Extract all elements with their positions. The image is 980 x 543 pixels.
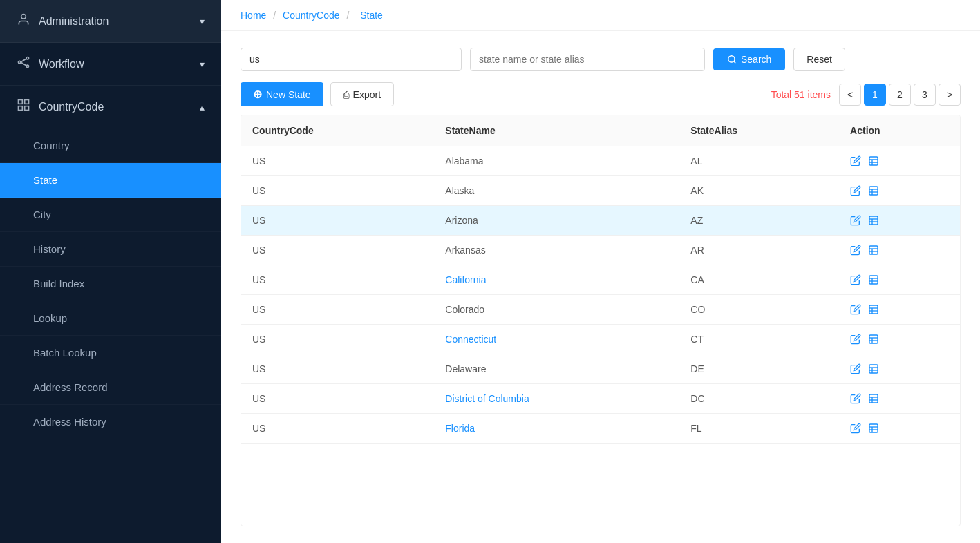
- svg-line-5: [21, 62, 26, 66]
- detail-icon[interactable]: [868, 304, 879, 315]
- svg-rect-7: [25, 100, 29, 104]
- svg-point-1: [19, 61, 21, 63]
- cell-state-alias: CA: [679, 265, 839, 295]
- sidebar-item-countrycode[interactable]: CountryCode ▴: [0, 86, 221, 128]
- edit-icon[interactable]: [850, 245, 861, 256]
- cell-action: [839, 295, 960, 325]
- edit-icon[interactable]: [850, 423, 861, 434]
- svg-rect-36: [869, 335, 878, 343]
- table-row: USDelawareDE: [241, 354, 960, 384]
- cell-action: [839, 206, 960, 236]
- cell-state-name[interactable]: Alaska: [434, 176, 679, 206]
- sidebar-item-state[interactable]: State: [0, 163, 221, 198]
- country-search-input[interactable]: [241, 48, 462, 71]
- cell-state-alias: AL: [679, 146, 839, 176]
- breadcrumb-home[interactable]: Home: [241, 10, 266, 21]
- table-row: USDistrict of ColumbiaDC: [241, 384, 960, 414]
- edit-icon[interactable]: [850, 363, 861, 374]
- reset-button[interactable]: Reset: [793, 48, 845, 71]
- svg-rect-32: [869, 305, 878, 314]
- state-table-container[interactable]: CountryCode StateName StateAlias Action …: [241, 115, 961, 526]
- cell-action: [839, 414, 960, 444]
- cell-state-name[interactable]: Florida: [434, 414, 679, 444]
- cell-country-code: US: [241, 236, 434, 265]
- edit-icon[interactable]: [850, 334, 861, 345]
- cell-country-code: US: [241, 146, 434, 176]
- svg-rect-48: [869, 424, 878, 432]
- table-row: USColoradoCO: [241, 295, 960, 325]
- detail-icon[interactable]: [868, 245, 879, 256]
- cell-state-name[interactable]: Alabama: [434, 146, 679, 176]
- page-1-button[interactable]: 1: [864, 84, 886, 106]
- breadcrumb-countrycode[interactable]: CountryCode: [283, 10, 340, 21]
- cell-country-code: US: [241, 354, 434, 384]
- export-button[interactable]: ⎙ Export: [330, 82, 394, 106]
- sidebar-item-batch-lookup[interactable]: Batch Lookup: [0, 336, 221, 370]
- cell-state-name[interactable]: Colorado: [434, 295, 679, 325]
- svg-line-4: [21, 59, 26, 62]
- edit-icon[interactable]: [850, 304, 861, 315]
- cell-action: [839, 354, 960, 384]
- svg-line-11: [734, 61, 736, 64]
- svg-rect-9: [25, 106, 29, 111]
- cell-state-name[interactable]: Delaware: [434, 354, 679, 384]
- table-row: USFloridaFL: [241, 414, 960, 444]
- detail-icon[interactable]: [868, 155, 879, 166]
- cell-state-name[interactable]: District of Columbia: [434, 384, 679, 414]
- cell-state-alias: DC: [679, 384, 839, 414]
- col-state-name: StateName: [434, 115, 679, 146]
- search-icon: [727, 55, 737, 64]
- table-row: USAlabamaAL: [241, 146, 960, 176]
- edit-icon[interactable]: [850, 185, 861, 196]
- svg-rect-40: [869, 365, 878, 373]
- prev-page-button[interactable]: <: [839, 84, 861, 106]
- cell-state-name[interactable]: Arizona: [434, 206, 679, 236]
- state-search-input[interactable]: [470, 48, 705, 71]
- cell-state-name[interactable]: Connecticut: [434, 325, 679, 354]
- table-row: USCaliforniaCA: [241, 265, 960, 295]
- edit-icon[interactable]: [850, 393, 861, 404]
- sidebar-item-city[interactable]: City: [0, 198, 221, 232]
- svg-rect-44: [869, 394, 878, 403]
- administration-icon: [17, 12, 30, 30]
- sidebar-item-lookup[interactable]: Lookup: [0, 301, 221, 336]
- cell-state-name[interactable]: California: [434, 265, 679, 295]
- detail-icon[interactable]: [868, 393, 879, 404]
- svg-rect-20: [869, 216, 878, 225]
- search-button-label: Search: [741, 54, 771, 65]
- breadcrumb-current: State: [360, 10, 383, 21]
- detail-icon[interactable]: [868, 334, 879, 345]
- sidebar-item-country[interactable]: Country: [0, 128, 221, 163]
- sidebar-item-administration[interactable]: Administration ▾: [0, 0, 221, 43]
- detail-icon[interactable]: [868, 363, 879, 374]
- page-2-button[interactable]: 2: [889, 84, 911, 106]
- cell-state-name[interactable]: Arkansas: [434, 236, 679, 265]
- detail-icon[interactable]: [868, 274, 879, 285]
- edit-icon[interactable]: [850, 215, 861, 226]
- page-3-button[interactable]: 3: [914, 84, 936, 106]
- sidebar-item-address-record[interactable]: Address Record: [0, 370, 221, 405]
- sidebar-sub-label: City: [33, 209, 51, 220]
- cell-state-alias: AK: [679, 176, 839, 206]
- sidebar-item-history[interactable]: History: [0, 232, 221, 267]
- edit-icon[interactable]: [850, 274, 861, 285]
- table-row: USAlaskaAK: [241, 176, 960, 206]
- edit-icon[interactable]: [850, 155, 861, 166]
- sidebar-item-build-index[interactable]: Build Index: [0, 267, 221, 301]
- action-bar: ⊕ New State ⎙ Export Total 51 items < 1 …: [241, 82, 961, 106]
- svg-point-0: [21, 15, 26, 19]
- workflow-icon: [17, 55, 30, 73]
- new-state-label: New State: [266, 89, 311, 100]
- detail-icon[interactable]: [868, 423, 879, 434]
- sidebar-item-address-history[interactable]: Address History: [0, 405, 221, 439]
- new-state-button[interactable]: ⊕ New State: [241, 82, 323, 106]
- detail-icon[interactable]: [868, 215, 879, 226]
- cell-country-code: US: [241, 325, 434, 354]
- svg-rect-6: [19, 100, 23, 104]
- next-page-button[interactable]: >: [939, 84, 961, 106]
- detail-icon[interactable]: [868, 185, 879, 196]
- content-area: Search Reset ⊕ New State ⎙ Export Total …: [221, 31, 980, 543]
- col-action: Action: [839, 115, 960, 146]
- search-button[interactable]: Search: [713, 48, 785, 70]
- sidebar-item-workflow[interactable]: Workflow ▾: [0, 43, 221, 86]
